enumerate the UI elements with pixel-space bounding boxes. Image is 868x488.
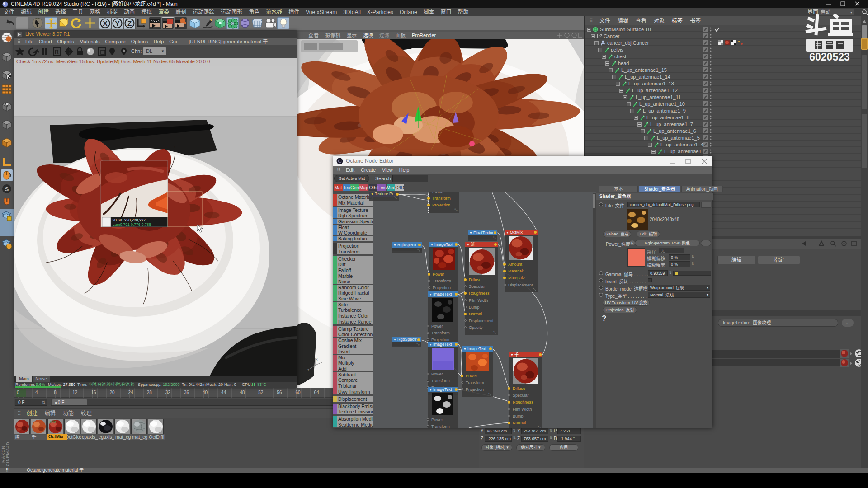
svg-text:v0.68=250,228,227: v0.68=250,228,227	[113, 218, 146, 222]
svg-text:x: x	[316, 357, 318, 361]
svg-text:R: R	[55, 49, 59, 55]
svg-text:z: z	[307, 368, 310, 372]
svg-text:Mix: Mix	[49, 420, 56, 424]
svg-text:Lum0.791 0.776 0.788: Lum0.791 0.776 0.788	[113, 222, 151, 227]
svg-text:S: S	[5, 186, 9, 192]
svg-text:X: X	[103, 19, 107, 27]
svg-text:Y: Y	[115, 19, 119, 27]
svg-text:Z: Z	[127, 19, 132, 27]
